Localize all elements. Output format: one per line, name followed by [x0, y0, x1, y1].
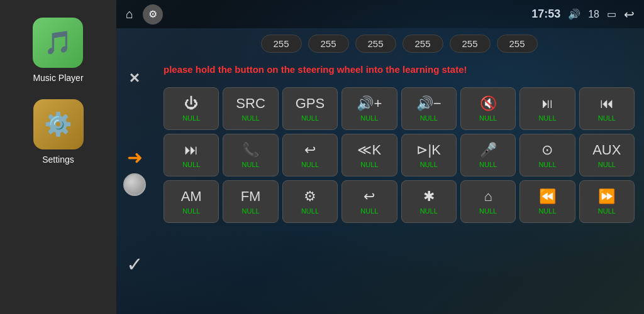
content-area: × ➜ ✓ 255 255 255 255 255 255 p: [116, 28, 644, 314]
settings-top-icon[interactable]: ⚙: [143, 4, 163, 24]
btn-null-1-7: NULL: [598, 161, 616, 168]
orange-arrow-icon: ➜: [127, 146, 143, 168]
ctrl-btn-1-0[interactable]: ⏭NULL: [164, 134, 219, 176]
btn-icon-2-1: FM: [241, 190, 261, 203]
btn-icon-1-3: ≪K: [357, 143, 381, 157]
ctrl-btn-2-0[interactable]: AMNULL: [164, 180, 219, 223]
ctrl-btn-0-3[interactable]: 🔊+NULL: [341, 87, 397, 130]
ctrl-btn-0-5[interactable]: 🔇NULL: [460, 87, 516, 130]
back-icon[interactable]: ↩: [624, 7, 635, 22]
btn-null-2-7: NULL: [598, 207, 616, 215]
ctrl-btn-1-1[interactable]: 📞NULL: [223, 134, 278, 176]
ctrl-btn-1-4[interactable]: ⊳|KNULL: [401, 134, 457, 176]
btn-null-0-7: NULL: [598, 114, 616, 122]
pill-4[interactable]: 255: [450, 35, 491, 53]
btn-icon-1-7: AUX: [592, 143, 621, 157]
btn-null-0-4: NULL: [420, 114, 438, 122]
ctrl-btn-2-3[interactable]: ↩NULL: [341, 180, 397, 223]
pill-1[interactable]: 255: [308, 35, 349, 53]
btn-null-2-6: NULL: [538, 207, 556, 215]
btn-null-1-6: NULL: [538, 161, 556, 168]
sidebar: 🎵 Music Player ⚙️ Settings: [0, 0, 116, 314]
cancel-button[interactable]: ×: [122, 65, 147, 90]
btn-null-0-6: NULL: [538, 114, 556, 122]
btn-icon-1-4: ⊳|K: [416, 143, 440, 157]
ctrl-btn-2-6[interactable]: ⏪NULL: [519, 180, 575, 223]
btn-icon-0-6: ⏯: [540, 97, 554, 111]
top-bar-right: 17:53 🔊 18 ▭ ↩: [531, 7, 635, 22]
btn-null-0-2: NULL: [301, 114, 319, 122]
settings-icon: ⚙️: [33, 99, 84, 149]
btn-icon-2-5: ⌂: [484, 190, 492, 203]
btn-icon-0-3: 🔊+: [357, 97, 382, 111]
ctrl-btn-1-3[interactable]: ≪KNULL: [341, 134, 397, 176]
ctrl-btn-0-4[interactable]: 🔊−NULL: [401, 87, 457, 130]
btn-icon-2-7: ⏩: [598, 190, 615, 203]
screen-icon: ▭: [607, 8, 616, 20]
btn-icon-1-0: ⏭: [184, 143, 198, 157]
btn-null-2-2: NULL: [301, 207, 319, 215]
btn-null-2-4: NULL: [420, 207, 438, 215]
top-bar-left: ⌂ ⚙: [126, 4, 163, 24]
btn-null-1-2: NULL: [301, 161, 319, 168]
btn-null-1-3: NULL: [360, 161, 378, 168]
btn-icon-0-7: ⏮: [600, 97, 614, 111]
pills-row: 255 255 255 255 255 255: [164, 35, 635, 53]
btn-icon-2-6: ⏪: [539, 190, 556, 203]
btn-null-2-5: NULL: [479, 207, 497, 215]
settings-label: Settings: [42, 154, 74, 165]
pill-0[interactable]: 255: [261, 35, 302, 53]
ctrl-btn-2-2[interactable]: ⚙NULL: [282, 180, 338, 223]
btn-null-0-1: NULL: [242, 114, 260, 122]
btn-icon-0-0: ⏻: [184, 97, 198, 111]
button-grid: ⏻NULLSRCNULLGPSNULL🔊+NULL🔊−NULL🔇NULL⏯NUL…: [164, 87, 635, 223]
btn-null-1-4: NULL: [420, 161, 438, 168]
top-bar: ⌂ ⚙ 17:53 🔊 18 ▭ ↩: [116, 0, 644, 28]
btn-icon-2-0: AM: [181, 190, 202, 203]
pill-5[interactable]: 255: [497, 35, 538, 53]
ctrl-btn-2-1[interactable]: FMNULL: [223, 180, 278, 223]
btn-icon-0-2: GPS: [296, 97, 325, 111]
ctrl-btn-0-1[interactable]: SRCNULL: [223, 87, 278, 130]
ctrl-btn-1-2[interactable]: ↩NULL: [282, 134, 338, 176]
confirm-button[interactable]: ✓: [122, 252, 147, 277]
btn-null-0-3: NULL: [360, 114, 378, 122]
instruction-row: please hold the button on the steering w…: [164, 64, 635, 75]
btn-icon-1-5: 🎤: [480, 143, 497, 157]
volume-icon: 🔊: [568, 8, 580, 20]
settings-app[interactable]: ⚙️ Settings: [28, 94, 89, 170]
music-player-icon: 🎵: [33, 18, 83, 68]
btn-icon-2-2: ⚙: [304, 190, 316, 203]
ctrl-btn-0-7[interactable]: ⏮NULL: [579, 87, 635, 130]
ctrl-btn-2-7[interactable]: ⏩NULL: [579, 180, 635, 223]
ctrl-btn-0-2[interactable]: GPSNULL: [282, 87, 338, 130]
music-player-app[interactable]: 🎵 Music Player: [28, 13, 88, 88]
btn-icon-2-4: ✱: [423, 190, 435, 203]
rotary-knob[interactable]: [123, 173, 146, 196]
button-row-1: ⏭NULL📞NULL↩NULL≪KNULL⊳|KNULL🎤NULL⊙NULLAU…: [164, 134, 635, 176]
pill-2[interactable]: 255: [355, 35, 396, 53]
btn-null-0-0: NULL: [182, 114, 200, 122]
ctrl-btn-2-5[interactable]: ⌂NULL: [460, 180, 516, 223]
ctrl-btn-0-0[interactable]: ⏻NULL: [164, 87, 219, 130]
ctrl-btn-1-5[interactable]: 🎤NULL: [460, 134, 516, 176]
btn-null-1-0: NULL: [182, 161, 200, 168]
btn-null-1-5: NULL: [479, 161, 497, 168]
time-display: 17:53: [531, 8, 560, 21]
ctrl-btn-1-6[interactable]: ⊙NULL: [519, 134, 575, 176]
ctrl-btn-0-6[interactable]: ⏯NULL: [519, 87, 575, 130]
btn-null-1-1: NULL: [242, 161, 260, 168]
grid-container: 255 255 255 255 255 255 please hold the …: [164, 35, 635, 223]
main-area: ⌂ ⚙ 17:53 🔊 18 ▭ ↩ × ➜ ✓: [116, 0, 644, 314]
btn-null-0-5: NULL: [479, 114, 497, 122]
music-player-label: Music Player: [33, 73, 83, 83]
ctrl-btn-1-7[interactable]: AUXNULL: [579, 134, 635, 176]
pill-3[interactable]: 255: [402, 35, 443, 53]
ctrl-btn-2-4[interactable]: ✱NULL: [401, 180, 457, 223]
btn-icon-1-1: 📞: [242, 143, 259, 157]
btn-null-2-3: NULL: [360, 207, 378, 215]
button-row-0: ⏻NULLSRCNULLGPSNULL🔊+NULL🔊−NULL🔇NULL⏯NUL…: [164, 87, 635, 130]
volume-level: 18: [588, 9, 599, 20]
instruction-text: please hold the button on the steering w…: [164, 64, 467, 75]
home-icon[interactable]: ⌂: [126, 7, 133, 21]
